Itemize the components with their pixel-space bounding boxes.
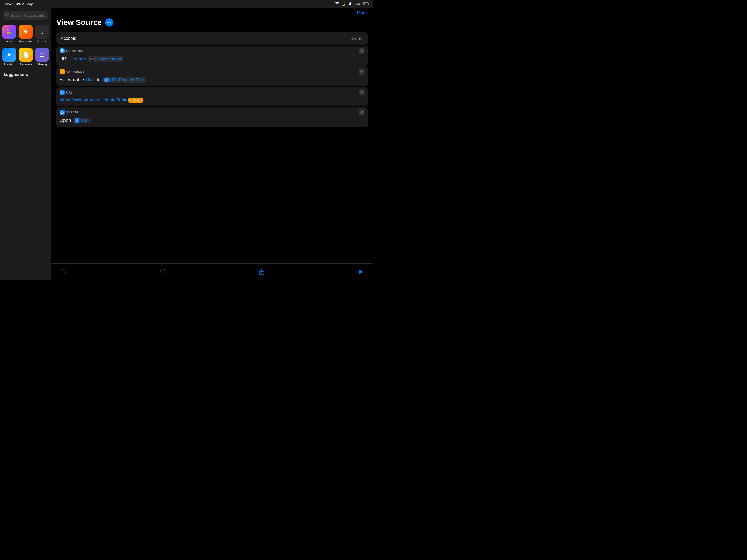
close-card-scripting[interactable]: ✕: [359, 48, 365, 54]
sidebar-item-favourites[interactable]: ♥ Favourites: [18, 23, 33, 45]
set-variable-prefix: Set variable: [60, 77, 84, 82]
url-pill-icon: 📎: [130, 99, 133, 102]
status-left: 20:49 Thu 28 May: [4, 2, 32, 6]
scripting-card-icon: [60, 48, 65, 53]
action-card-safari: SAFARI ✕ Open 🔗 URL: [56, 107, 368, 127]
sidebar: Apps ♥ Favourites x Scripting ♪: [0, 8, 51, 280]
svg-rect-11: [6, 32, 9, 34]
search-input[interactable]: [11, 14, 45, 18]
card-body-url-encode: URL Encode ⬛ Shortcut Input: [56, 55, 368, 66]
safari-category-label: SAFARI: [66, 111, 78, 114]
url-glitch-text: https://www-source.glitch.me/?url=: [60, 98, 127, 103]
svg-rect-6: [363, 3, 365, 5]
accepts-value: URLs ›: [350, 36, 364, 41]
suggestions-header: Suggestions: [0, 69, 51, 78]
url-category-label: URL: [66, 91, 73, 94]
svg-marker-18: [359, 269, 363, 274]
sidebar-item-documents[interactable]: 📄 Documents: [18, 46, 33, 68]
accepts-label: Accepts: [61, 36, 76, 41]
shortcut-title: View Source: [56, 18, 102, 27]
safari-card-icon: [60, 110, 65, 115]
safari-url-label: URL: [80, 118, 88, 123]
moon-icon: 🌙: [341, 2, 345, 6]
undo-button[interactable]: [59, 267, 69, 277]
card-header-variables: X VARIABLES ✕: [56, 67, 368, 76]
url-encoded-icon: 🔗: [104, 78, 109, 82]
action-card-set-variable: X VARIABLES ✕ Set variable URL to 🔗 URL …: [56, 67, 368, 86]
status-date: Thu 28 May: [15, 2, 32, 6]
sidebar-item-sharing[interactable]: Sharing: [34, 46, 50, 68]
shortcut-input-pill[interactable]: ⬛ Shortcut Input: [88, 56, 123, 62]
safari-url-icon: 🔗: [75, 119, 79, 123]
redo-button[interactable]: [158, 267, 168, 277]
svg-rect-1: [349, 4, 349, 5]
apps-icon: [2, 25, 17, 39]
card-body-safari: Open 🔗 URL: [56, 117, 368, 127]
url-variable-pill[interactable]: 📎 URL: [128, 98, 143, 103]
close-card-safari[interactable]: ✕: [359, 109, 365, 116]
url-encoded-text-pill[interactable]: 🔗 URL Encoded Text: [102, 77, 146, 82]
location-label: Location: [4, 63, 15, 66]
shortcut-title-row: View Source •••: [56, 18, 368, 27]
action-card-url-encode: SCRIPTING ✕ URL Encode ⬛ Shortcut Input: [56, 46, 368, 66]
favourites-label: Favourites: [19, 40, 32, 43]
signal-icon: [348, 2, 352, 6]
done-button[interactable]: Done: [357, 10, 368, 16]
favourites-icon: ♥: [19, 25, 33, 39]
svg-line-8: [8, 16, 9, 17]
scripting-label: Scripting: [37, 40, 48, 43]
documents-icon: 📄: [19, 48, 33, 62]
chevron-right-icon: ›: [362, 36, 364, 41]
encode-button[interactable]: Encode: [71, 56, 86, 62]
safari-url-pill[interactable]: 🔗 URL: [73, 118, 91, 123]
status-right: 🌙 32%: [335, 2, 369, 6]
sidebar-item-scripting[interactable]: x Scripting: [34, 23, 50, 45]
app-grid: Apps ♥ Favourites x Scripting ♪: [0, 22, 51, 69]
svg-rect-0: [348, 4, 349, 5]
close-card-variables[interactable]: ✕: [359, 69, 365, 75]
card-header-url: URL ✕: [56, 87, 368, 97]
card-header-scripting: SCRIPTING ✕: [56, 46, 368, 55]
content-area: View Source ••• Accepts URLs ›: [51, 18, 374, 263]
svg-rect-12: [9, 32, 11, 34]
top-bar: Done: [51, 8, 374, 18]
more-options-button[interactable]: •••: [105, 18, 113, 27]
battery-text: 32%: [354, 2, 360, 6]
variable-name-url[interactable]: URL: [86, 77, 95, 82]
location-icon: ➤: [2, 48, 17, 62]
url-card-icon: [60, 90, 65, 95]
scripting-category-label: SCRIPTING: [66, 49, 84, 52]
url-pill-label: URL: [134, 98, 141, 102]
search-bar[interactable]: [3, 11, 48, 20]
accepts-row[interactable]: Accepts URLs ›: [56, 32, 368, 45]
svg-point-16: [62, 112, 62, 113]
wifi-icon: [335, 2, 339, 6]
share-button[interactable]: [257, 267, 266, 277]
svg-rect-2: [350, 3, 350, 5]
sidebar-item-location[interactable]: ➤ Location: [2, 46, 17, 68]
bottom-toolbar: [51, 263, 374, 280]
documents-label: Documents: [19, 63, 33, 66]
play-button[interactable]: [356, 267, 365, 277]
shortcut-input-icon: ⬛: [90, 57, 95, 61]
shortcut-input-label: Shortcut Input: [96, 57, 121, 61]
variables-card-icon: X: [60, 69, 65, 74]
right-panel: Done View Source ••• Accepts URLs ›: [51, 8, 374, 280]
variables-category-label: VARIABLES: [66, 70, 84, 73]
battery-icon: [363, 2, 369, 6]
status-time: 20:49: [4, 2, 12, 6]
open-label: Open: [60, 118, 71, 123]
card-body-set-variable: Set variable URL to 🔗 URL Encoded Text: [56, 76, 368, 86]
sharing-icon: [35, 48, 49, 62]
status-bar: 20:49 Thu 28 May 🌙 32%: [0, 0, 374, 8]
close-card-url[interactable]: ✕: [359, 90, 365, 96]
svg-rect-9: [6, 29, 9, 31]
sharing-label: Sharing: [37, 63, 47, 66]
more-icon: •••: [107, 20, 111, 25]
sidebar-item-apps[interactable]: Apps: [2, 23, 17, 45]
search-icon: [5, 13, 9, 18]
url-encoded-label: URL Encoded Text: [110, 77, 144, 82]
url-label: URL: [60, 56, 69, 62]
card-body-url: https://www-source.glitch.me/?url= 📎 URL: [56, 97, 368, 106]
card-header-safari: SAFARI ✕: [56, 107, 368, 117]
